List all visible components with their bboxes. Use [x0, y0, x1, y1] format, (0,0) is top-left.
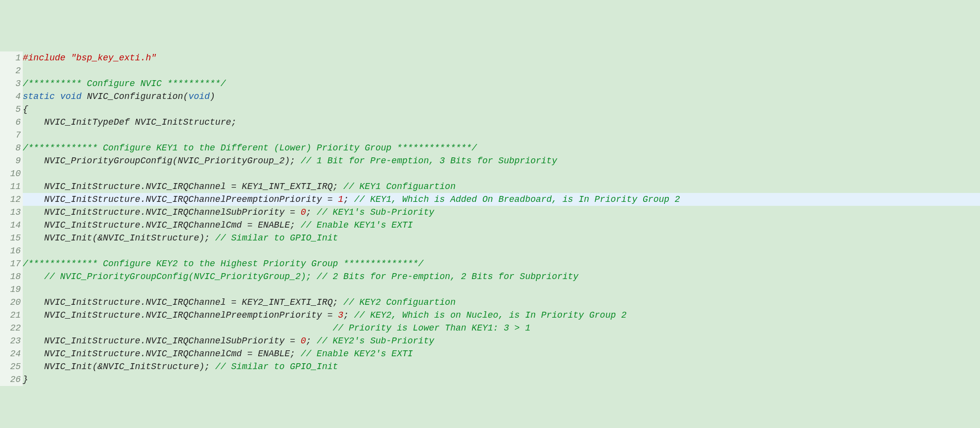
code-token: ;	[306, 207, 317, 217]
code-content[interactable]: NVIC_InitStructure.NVIC_IRQChannel = KEY…	[23, 180, 980, 193]
code-token: NVIC_InitStructure.NVIC_IRQChannelSubPri…	[23, 207, 301, 217]
code-line[interactable]: 24 NVIC_InitStructure.NVIC_IRQChannelCmd…	[0, 347, 980, 360]
line-number: 12	[0, 193, 23, 206]
code-token: // NVIC_PriorityGroupConfig(NVIC_Priorit…	[44, 272, 578, 282]
code-content[interactable]: NVIC_InitTypeDef NVIC_InitStructure;	[23, 116, 980, 129]
code-content[interactable]	[23, 129, 980, 142]
code-line[interactable]: 4static void NVIC_Configuration(void)	[0, 90, 980, 103]
code-content[interactable]: NVIC_InitStructure.NVIC_IRQChannel = KEY…	[23, 296, 980, 309]
code-content[interactable]: /********** Configure NVIC **********/	[23, 77, 980, 90]
code-token: ;	[343, 310, 354, 320]
code-token: NVIC_Init(&NVIC_InitStructure);	[23, 362, 215, 372]
line-number: 16	[0, 244, 23, 257]
code-line[interactable]: 16	[0, 244, 980, 257]
code-token: #include	[23, 53, 71, 63]
code-token: NVIC_Configuration(	[87, 92, 188, 101]
code-content[interactable]: NVIC_InitStructure.NVIC_IRQChannelCmd = …	[23, 347, 980, 360]
code-token: void	[60, 92, 87, 101]
code-content[interactable]: }	[23, 373, 980, 386]
code-content[interactable]: /************* Configure KEY1 to the Dif…	[23, 142, 980, 154]
code-content[interactable]: NVIC_PriorityGroupConfig(NVIC_PriorityGr…	[23, 154, 980, 167]
line-number: 13	[0, 206, 23, 219]
code-token: NVIC_InitStructure.NVIC_IRQChannel = KEY…	[23, 297, 343, 307]
code-line[interactable]: 20 NVIC_InitStructure.NVIC_IRQChannel = …	[0, 296, 980, 309]
code-token: NVIC_Init(&NVIC_InitStructure);	[23, 233, 215, 243]
code-token: // KEY1, Which is Added On Breadboard, i…	[354, 194, 680, 204]
code-content[interactable]	[23, 64, 980, 77]
code-content[interactable]	[23, 283, 980, 296]
code-line[interactable]: 3/********** Configure NVIC **********/	[0, 77, 980, 90]
code-content[interactable]: NVIC_Init(&NVIC_InitStructure); // Simil…	[23, 232, 980, 244]
code-content[interactable]: /************* Configure KEY2 to the Hig…	[23, 257, 980, 270]
code-content[interactable]: // NVIC_PriorityGroupConfig(NVIC_Priorit…	[23, 270, 980, 283]
code-line[interactable]: 22 // Priority is Lower Than KEY1: 3 > 1	[0, 322, 980, 334]
line-number: 9	[0, 154, 23, 167]
code-line[interactable]: 5{	[0, 103, 980, 116]
code-editor[interactable]: 1#include "bsp_key_exti.h"23/********** …	[0, 51, 980, 386]
code-line[interactable]: 6 NVIC_InitTypeDef NVIC_InitStructure;	[0, 116, 980, 129]
code-line[interactable]: 17/************* Configure KEY2 to the H…	[0, 257, 980, 270]
code-token: 1	[338, 194, 343, 204]
line-number: 18	[0, 270, 23, 283]
line-number: 24	[0, 347, 23, 360]
code-token: // Similar to GPIO_Init	[215, 362, 338, 372]
code-line[interactable]: 9 NVIC_PriorityGroupConfig(NVIC_Priority…	[0, 154, 980, 167]
line-number: 6	[0, 116, 23, 129]
code-content[interactable]: NVIC_InitStructure.NVIC_IRQChannelCmd = …	[23, 219, 980, 232]
code-line[interactable]: 19	[0, 283, 980, 296]
code-content[interactable]: NVIC_InitStructure.NVIC_IRQChannelSubPri…	[23, 334, 980, 347]
code-token: // KEY2, Which is on Nucleo, is In Prior…	[354, 310, 627, 320]
line-number: 23	[0, 334, 23, 347]
code-token: NVIC_InitTypeDef NVIC_InitStructure;	[23, 117, 236, 127]
code-line[interactable]: 18 // NVIC_PriorityGroupConfig(NVIC_Prio…	[0, 270, 980, 283]
code-token: /********** Configure NVIC **********/	[23, 79, 226, 89]
code-content[interactable]: NVIC_Init(&NVIC_InitStructure); // Simil…	[23, 360, 980, 373]
code-token: // KEY1's Sub-Priority	[317, 207, 434, 217]
code-content[interactable]: NVIC_InitStructure.NVIC_IRQChannelPreemp…	[23, 193, 980, 206]
code-token: void	[188, 92, 210, 101]
code-line[interactable]: 8/************* Configure KEY1 to the Di…	[0, 142, 980, 154]
code-line[interactable]: 13 NVIC_InitStructure.NVIC_IRQChannelSub…	[0, 206, 980, 219]
code-content[interactable]	[23, 167, 980, 180]
code-line[interactable]: 11 NVIC_InitStructure.NVIC_IRQChannel = …	[0, 180, 980, 193]
code-token: // Enable KEY2's EXTI	[301, 349, 413, 359]
code-line[interactable]: 25 NVIC_Init(&NVIC_InitStructure); // Si…	[0, 360, 980, 373]
code-token: // KEY2's Sub-Priority	[317, 336, 434, 346]
line-number: 15	[0, 232, 23, 244]
code-line[interactable]: 26}	[0, 373, 980, 386]
code-token: // KEY1 Configuartion	[343, 182, 456, 191]
code-token: 0	[301, 336, 306, 346]
code-line[interactable]: 12 NVIC_InitStructure.NVIC_IRQChannelPre…	[0, 193, 980, 206]
code-line[interactable]: 23 NVIC_InitStructure.NVIC_IRQChannelSub…	[0, 334, 980, 347]
code-line[interactable]: 21 NVIC_InitStructure.NVIC_IRQChannelPre…	[0, 309, 980, 322]
code-token: NVIC_InitStructure.NVIC_IRQChannelCmd = …	[23, 220, 301, 230]
code-token: // KEY2 Configuartion	[343, 297, 456, 307]
line-number: 1	[0, 51, 23, 64]
code-content[interactable]	[23, 244, 980, 257]
code-content[interactable]: static void NVIC_Configuration(void)	[23, 90, 980, 103]
code-content[interactable]: #include "bsp_key_exti.h"	[23, 51, 980, 64]
line-number: 4	[0, 90, 23, 103]
code-line[interactable]: 10	[0, 167, 980, 180]
line-number: 17	[0, 257, 23, 270]
code-line[interactable]: 15 NVIC_Init(&NVIC_InitStructure); // Si…	[0, 232, 980, 244]
code-token: ;	[343, 194, 354, 204]
code-line[interactable]: 7	[0, 129, 980, 142]
code-token: // Priority is Lower Than KEY1: 3 > 1	[333, 323, 531, 333]
code-token	[23, 323, 333, 333]
line-number: 19	[0, 283, 23, 296]
code-line[interactable]: 1#include "bsp_key_exti.h"	[0, 51, 980, 64]
line-number: 22	[0, 322, 23, 334]
code-content[interactable]: {	[23, 103, 980, 116]
code-line[interactable]: 14 NVIC_InitStructure.NVIC_IRQChannelCmd…	[0, 219, 980, 232]
code-token: NVIC_InitStructure.NVIC_IRQChannelSubPri…	[23, 336, 301, 346]
code-line[interactable]: 2	[0, 64, 980, 77]
code-content[interactable]: NVIC_InitStructure.NVIC_IRQChannelSubPri…	[23, 206, 980, 219]
line-number: 20	[0, 296, 23, 309]
code-token: /************* Configure KEY2 to the Hig…	[23, 259, 423, 269]
code-content[interactable]: // Priority is Lower Than KEY1: 3 > 1	[23, 322, 980, 334]
code-content[interactable]: NVIC_InitStructure.NVIC_IRQChannelPreemp…	[23, 309, 980, 322]
line-number: 14	[0, 219, 23, 232]
code-token: )	[210, 92, 215, 101]
line-number: 10	[0, 167, 23, 180]
